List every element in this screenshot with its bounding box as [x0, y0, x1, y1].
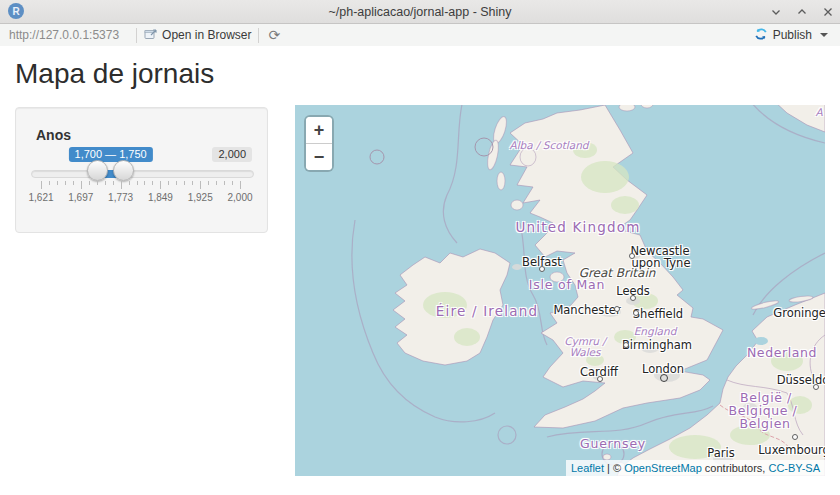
- map-zoom-control: + −: [306, 117, 332, 170]
- publish-label: Publish: [773, 28, 812, 42]
- zoom-in-button[interactable]: +: [306, 117, 332, 143]
- slider-tick: [184, 181, 185, 185]
- slider-grid-label: 2,000: [227, 192, 252, 203]
- slider-tick: [192, 181, 193, 185]
- slider-tick: [73, 181, 74, 185]
- slider-tick: [129, 181, 130, 185]
- slider-tick: [200, 181, 201, 189]
- slider-tick: [65, 181, 66, 185]
- slider-tick: [216, 181, 217, 185]
- slider-tick: [208, 181, 209, 185]
- slider-grid-label: 1,621: [28, 192, 53, 203]
- slider-tick: [144, 181, 145, 185]
- title-bar: R ~/ph-aplicacao/jornal-app - Shiny: [0, 0, 840, 24]
- publish-icon: [754, 27, 768, 44]
- slider-tick: [41, 181, 42, 189]
- slider-tick: [97, 181, 98, 185]
- refresh-icon[interactable]: ⟳: [268, 28, 280, 42]
- window-title: ~/ph-aplicacao/jornal-app - Shiny: [0, 5, 840, 19]
- open-in-browser-label: Open in Browser: [162, 28, 251, 42]
- sidebar-panel: Anos 1,700 — 1,750 2,000 1,6211,6971,773…: [15, 107, 268, 233]
- slider-tick: [81, 181, 82, 189]
- slider-tick: [152, 181, 153, 185]
- attribution-separator: | ©: [604, 462, 624, 474]
- slider-tick: [232, 181, 233, 185]
- open-in-browser-button[interactable]: Open in Browser: [144, 28, 251, 43]
- publish-dropdown-caret[interactable]: [820, 33, 828, 37]
- slider-handle-from[interactable]: [87, 160, 108, 181]
- shiny-app-content: Mapa de jornais Anos 1,700 — 1,750 2,000…: [0, 46, 840, 495]
- slider-grid: 1,6211,6971,7731,8491,9252,000: [41, 181, 240, 211]
- year-range-slider: 1,700 — 1,750 2,000 1,6211,6971,7731,849…: [16, 108, 267, 232]
- slider-tick: [176, 181, 177, 185]
- slider-tick: [121, 181, 122, 189]
- app-window: R ~/ph-aplicacao/jornal-app - Shiny http…: [0, 0, 840, 495]
- map-attribution: Leaflet | © OpenStreetMap contributors, …: [566, 460, 825, 476]
- slider-range-badge: 1,700 — 1,750: [69, 147, 153, 162]
- toolbar-separator: [136, 28, 137, 43]
- license-link[interactable]: CC-BY-SA: [768, 462, 820, 474]
- slider-grid-label: 1,773: [108, 192, 133, 203]
- slider-tick: [57, 181, 58, 185]
- slider-tick: [240, 181, 241, 189]
- slider-grid-label: 1,849: [148, 192, 173, 203]
- app-url: http://127.0.0.1:5373: [0, 28, 129, 42]
- slider-tick: [224, 181, 225, 185]
- zoom-out-button[interactable]: −: [306, 144, 332, 170]
- leaflet-map[interactable]: Alba / ScotlandUnited KingdomNewcastleup…: [295, 105, 825, 476]
- slider-track[interactable]: [31, 170, 254, 178]
- slider-tick: [113, 181, 114, 185]
- open-in-browser-icon: [144, 28, 157, 43]
- r-logo-icon: R: [8, 3, 24, 19]
- maximize-icon[interactable]: [796, 6, 808, 18]
- page-title: Mapa de jornais: [15, 58, 214, 90]
- toolbar-separator: [258, 28, 259, 43]
- slider-tick: [89, 181, 90, 185]
- viewer-toolbar: http://127.0.0.1:5373 Open in Browser ⟳ …: [0, 24, 840, 47]
- slider-tick: [168, 181, 169, 185]
- slider-tick: [105, 181, 106, 185]
- leaflet-link[interactable]: Leaflet: [571, 462, 604, 474]
- close-icon[interactable]: [822, 6, 834, 18]
- slider-tick: [137, 181, 138, 185]
- publish-button[interactable]: Publish: [754, 27, 828, 44]
- openstreetmap-link[interactable]: OpenStreetMap: [624, 462, 702, 474]
- slider-grid-label: 1,697: [68, 192, 93, 203]
- attribution-contributors: contributors,: [702, 462, 769, 474]
- minimize-icon[interactable]: [770, 6, 782, 18]
- slider-tick: [160, 181, 161, 189]
- slider-max-badge: 2,000: [212, 147, 252, 162]
- map-tiles: [295, 105, 825, 476]
- slider-grid-label: 1,925: [188, 192, 213, 203]
- slider-tick: [49, 181, 50, 185]
